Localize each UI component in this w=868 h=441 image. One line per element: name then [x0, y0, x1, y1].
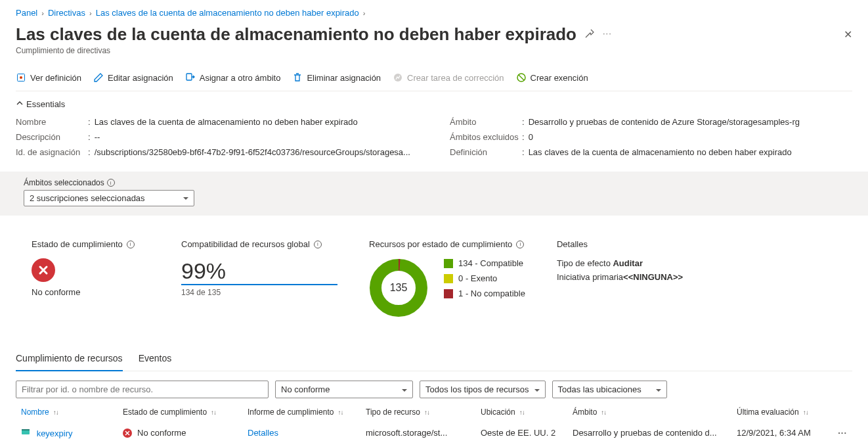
- delete-assignment-button[interactable]: Eliminar asignación: [292, 72, 381, 83]
- create-remediation-label: Crear tarea de corrección: [407, 73, 504, 83]
- more-icon[interactable]: ···: [603, 28, 612, 41]
- sort-icon[interactable]: ↑↓: [53, 409, 58, 416]
- ess-scope-label: Ámbito: [450, 117, 522, 127]
- legend-item-exempt: 0 - Exento: [444, 273, 525, 283]
- legend-text: 134 - Compatible: [458, 258, 523, 268]
- ess-name-value: Las claves de la cuenta de almacenamient…: [95, 117, 358, 127]
- scope-picker-select[interactable]: 2 suscripciones seleccionadas: [24, 190, 194, 206]
- th-state[interactable]: Estado de cumplimiento: [123, 407, 207, 417]
- by-state-card: Recursos por estado de cumplimiento i 13…: [369, 239, 525, 317]
- compliance-state-value: No conforme: [32, 287, 150, 297]
- info-icon[interactable]: i: [127, 241, 135, 248]
- compliance-filter-select[interactable]: No conforme: [275, 381, 413, 398]
- global-compliance-card: Compatibilidad de recursos global i 99% …: [181, 239, 337, 317]
- edit-assignment-button[interactable]: Editar asignación: [93, 72, 173, 83]
- storage-icon: [21, 427, 30, 436]
- legend-item-noncompliant: 1 - No compatible: [444, 289, 525, 298]
- effect-type-label: Tipo de efecto: [557, 258, 611, 268]
- info-icon[interactable]: i: [516, 241, 524, 248]
- sort-icon[interactable]: ↑↓: [211, 409, 216, 416]
- ess-assignid-label: Id. de asignación: [16, 147, 88, 157]
- essentials-toggle[interactable]: Essentials: [16, 91, 852, 114]
- row-state: No conforme: [137, 428, 186, 438]
- legend-color-icon: [444, 289, 453, 298]
- sort-icon[interactable]: ↑↓: [601, 409, 606, 416]
- table-row[interactable]: keyexpiry No conforme Detalles microsoft…: [16, 421, 852, 441]
- ess-excluded-label: Ámbitos excluidos: [450, 132, 522, 142]
- filter-input[interactable]: [16, 381, 269, 398]
- create-exemption-button[interactable]: Crear exención: [516, 72, 588, 83]
- th-last-eval[interactable]: Última evaluación: [737, 407, 799, 417]
- page-title: Las claves de la cuenta de almacenamient…: [16, 24, 576, 45]
- info-icon[interactable]: i: [314, 241, 322, 248]
- legend-color-icon: [444, 259, 453, 268]
- details-label: Detalles: [557, 239, 588, 249]
- location-filter-select[interactable]: Todas las ubicaciones: [552, 381, 667, 398]
- th-report[interactable]: Informe de cumplimiento: [248, 407, 334, 417]
- ess-desc-label: Descripción: [16, 132, 88, 142]
- th-location[interactable]: Ubicación: [481, 407, 515, 417]
- compliance-filter-value: No conforme: [281, 384, 330, 394]
- resource-type-filter-value: Todos los tipos de recursos: [425, 384, 529, 394]
- row-location: Oeste de EE. UU. 2: [481, 428, 573, 438]
- legend-text: 0 - Exento: [458, 273, 497, 283]
- toolbar: Ver definición Editar asignación Asignar…: [16, 67, 852, 91]
- details-card: Detalles Tipo de efecto Auditar Iniciati…: [557, 239, 683, 317]
- th-type[interactable]: Tipo de recurso: [366, 407, 420, 417]
- sort-icon[interactable]: ↑↓: [337, 409, 343, 416]
- global-compliance-sub: 134 de 135: [181, 288, 337, 297]
- ess-scope-value: Desarrollo y pruebas de contenido de Azu…: [529, 117, 800, 127]
- close-icon[interactable]: ✕: [844, 28, 852, 41]
- by-state-label: Recursos por estado de cumplimiento: [369, 239, 512, 249]
- effect-type-value: Auditar: [613, 258, 643, 268]
- global-compliance-label: Compatibilidad de recursos global: [181, 239, 310, 249]
- resource-name-link[interactable]: keyexpiry: [37, 429, 73, 438]
- delete-assignment-label: Eliminar asignación: [307, 73, 381, 83]
- sort-icon[interactable]: ↑↓: [424, 409, 429, 416]
- assign-other-scope-label: Asignar a otro ámbito: [200, 73, 281, 83]
- ess-definition-value: Las claves de la cuenta de almacenamient…: [529, 147, 792, 157]
- tabs: Cumplimiento de recursos Eventos: [16, 346, 852, 371]
- remediation-icon: [393, 72, 403, 83]
- view-definition-icon: [16, 72, 26, 83]
- tab-events[interactable]: Eventos: [139, 346, 172, 371]
- assign-other-scope-button[interactable]: Asignar a otro ámbito: [185, 72, 281, 83]
- sort-icon[interactable]: ↑↓: [519, 409, 525, 416]
- breadcrumb-current[interactable]: Las claves de la cuenta de almacenamient…: [96, 8, 359, 18]
- resource-type-filter-select[interactable]: Todos los tipos de recursos: [420, 381, 546, 398]
- trash-icon: [292, 72, 303, 83]
- donut-chart: 135: [369, 258, 428, 317]
- view-definition-button[interactable]: Ver definición: [16, 72, 81, 83]
- view-definition-label: Ver definición: [30, 73, 81, 83]
- svg-rect-8: [22, 429, 30, 430]
- exemption-icon: [516, 72, 527, 83]
- assign-icon: [185, 72, 196, 83]
- initiative-label: Iniciativa primaria: [557, 272, 623, 282]
- compliance-state-card: Estado de cumplimiento i No conforme: [32, 239, 150, 317]
- pin-icon[interactable]: [584, 28, 595, 41]
- legend-color-icon: [444, 274, 453, 283]
- svg-rect-2: [186, 74, 192, 80]
- scope-picker-value: 2 suscripciones seleccionadas: [30, 193, 145, 203]
- ess-excluded-value: 0: [529, 132, 533, 142]
- svg-point-1: [20, 76, 22, 79]
- create-remediation-button: Crear tarea de corrección: [393, 72, 504, 83]
- sort-icon[interactable]: ↑↓: [803, 409, 808, 416]
- donut-center-value: 135: [390, 282, 408, 294]
- th-scope[interactable]: Ámbito: [573, 407, 597, 417]
- initiative-value: <<NINGUNA>>: [623, 272, 683, 282]
- row-context-menu-icon[interactable]: ···: [838, 428, 847, 438]
- chevron-right-icon: ›: [363, 9, 366, 17]
- row-report-link[interactable]: Detalles: [248, 428, 278, 438]
- info-icon[interactable]: i: [107, 179, 115, 187]
- th-name[interactable]: Nombre: [21, 407, 49, 417]
- non-compliant-icon: [123, 429, 132, 438]
- breadcrumb-panel[interactable]: Panel: [16, 8, 37, 18]
- breadcrumb-directives[interactable]: Directivas: [48, 8, 85, 18]
- legend-text: 1 - No compatible: [458, 289, 525, 298]
- tab-resource-compliance[interactable]: Cumplimiento de recursos: [16, 346, 123, 371]
- chevron-right-icon: ›: [41, 9, 44, 17]
- page-subtitle: Cumplimiento de directivas: [16, 46, 852, 55]
- essentials-label: Essentials: [26, 99, 65, 109]
- table-header: Nombre ↑↓ Estado de cumplimiento ↑↓ Info…: [16, 404, 852, 421]
